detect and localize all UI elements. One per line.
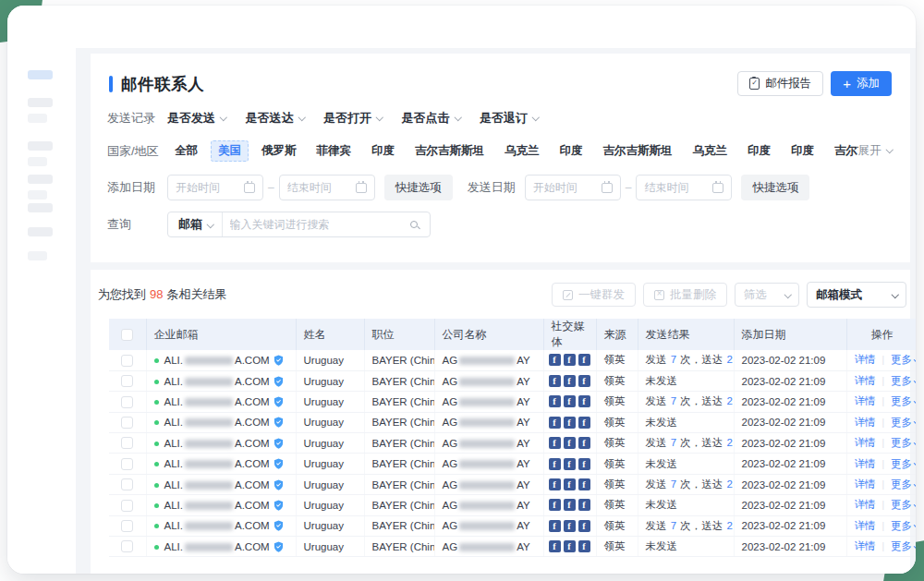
facebook-icon[interactable]: f <box>549 478 561 490</box>
facebook-icon[interactable]: f <box>578 520 590 532</box>
country-option-7[interactable]: 印度 <box>553 140 590 162</box>
add-date-quick-options-button[interactable]: 快捷选项 <box>384 175 453 200</box>
sidebar-item[interactable] <box>28 190 47 200</box>
row-more-link[interactable]: 更多 <box>891 395 916 406</box>
country-option-10[interactable]: 印度 <box>740 140 778 162</box>
country-option-9[interactable]: 乌克兰 <box>686 140 736 162</box>
facebook-icon[interactable]: f <box>549 437 561 449</box>
send-filter-dropdown-4[interactable]: 是否退订 <box>480 110 539 127</box>
country-option-1[interactable]: 美国 <box>211 140 249 162</box>
row-checkbox[interactable] <box>121 500 133 512</box>
country-option-8[interactable]: 吉尔吉斯斯坦 <box>596 140 680 162</box>
row-checkbox[interactable] <box>121 478 133 490</box>
facebook-icon[interactable]: f <box>578 540 590 552</box>
row-more-link[interactable]: 更多 <box>891 417 916 428</box>
country-option-11[interactable]: 印度 <box>784 140 821 162</box>
sidebar-item[interactable] <box>28 251 47 260</box>
row-checkbox[interactable] <box>121 355 133 367</box>
filter-select[interactable]: 筛选 <box>735 283 799 307</box>
send-filter-dropdown-3[interactable]: 是否点击 <box>402 110 461 127</box>
facebook-icon[interactable]: f <box>564 417 576 429</box>
facebook-icon[interactable]: f <box>564 354 576 366</box>
sidebar-item[interactable] <box>28 157 47 166</box>
facebook-icon[interactable]: f <box>549 375 561 387</box>
facebook-icon[interactable]: f <box>578 395 590 407</box>
facebook-icon[interactable]: f <box>564 478 576 490</box>
sidebar-item-active[interactable] <box>28 70 53 79</box>
add-button[interactable]: + 添加 <box>831 71 892 96</box>
send-date-end-input[interactable] <box>636 175 732 200</box>
send-date-quick-options-button[interactable]: 快捷选项 <box>741 175 809 200</box>
search-field-select[interactable]: 邮箱 <box>168 212 223 236</box>
row-more-link[interactable]: 更多 <box>891 478 916 490</box>
facebook-icon[interactable]: f <box>578 478 590 490</box>
row-checkbox[interactable] <box>121 540 133 552</box>
row-detail-link[interactable]: 详情 <box>855 395 876 406</box>
row-more-link[interactable]: 更多 <box>891 540 916 551</box>
send-date-start-input[interactable] <box>525 175 621 200</box>
row-more-link[interactable]: 更多 <box>891 458 916 469</box>
add-date-end-input[interactable] <box>279 175 375 200</box>
country-option-5[interactable]: 吉尔吉斯斯坦 <box>407 140 492 162</box>
facebook-icon[interactable]: f <box>578 437 590 449</box>
row-detail-link[interactable]: 详情 <box>855 375 876 386</box>
facebook-icon[interactable]: f <box>578 458 590 470</box>
row-detail-link[interactable]: 详情 <box>855 499 876 510</box>
country-option-4[interactable]: 印度 <box>364 140 402 162</box>
row-checkbox[interactable] <box>121 417 133 429</box>
sidebar-item[interactable] <box>28 141 53 151</box>
search-icon[interactable] <box>410 221 418 228</box>
row-detail-link[interactable]: 详情 <box>855 520 876 531</box>
facebook-icon[interactable]: f <box>549 354 561 366</box>
sidebar-item[interactable] <box>28 203 53 212</box>
country-option-6[interactable]: 乌克兰 <box>497 140 547 162</box>
facebook-icon[interactable]: f <box>564 437 576 449</box>
row-checkbox[interactable] <box>121 396 133 408</box>
row-checkbox[interactable] <box>121 458 133 470</box>
facebook-icon[interactable]: f <box>564 540 576 552</box>
facebook-icon[interactable]: f <box>578 417 590 429</box>
facebook-icon[interactable]: f <box>578 354 590 366</box>
send-filter-dropdown-0[interactable]: 是否发送 <box>167 110 226 127</box>
sidebar-item[interactable] <box>28 98 53 107</box>
row-detail-link[interactable]: 详情 <box>855 437 876 448</box>
country-option-2[interactable]: 俄罗斯 <box>254 140 304 162</box>
search-input[interactable] <box>223 218 411 231</box>
facebook-icon[interactable]: f <box>564 458 576 470</box>
country-option-0[interactable]: 全部 <box>167 140 205 162</box>
sidebar-item[interactable] <box>28 175 53 184</box>
country-option-3[interactable]: 菲律宾 <box>310 140 359 162</box>
row-more-link[interactable]: 更多 <box>891 354 916 365</box>
mailbox-mode-select[interactable]: 邮箱模式 <box>807 282 906 308</box>
facebook-icon[interactable]: f <box>549 417 561 429</box>
facebook-icon[interactable]: f <box>564 499 576 511</box>
mail-report-button[interactable]: 邮件报告 <box>737 71 823 96</box>
expand-toggle[interactable]: 展开 <box>858 143 893 159</box>
row-detail-link[interactable]: 详情 <box>855 354 876 365</box>
facebook-icon[interactable]: f <box>549 540 561 552</box>
facebook-icon[interactable]: f <box>564 395 576 407</box>
row-detail-link[interactable]: 详情 <box>855 417 876 428</box>
row-more-link[interactable]: 更多 <box>891 437 916 448</box>
add-date-start-input[interactable] <box>167 175 263 200</box>
row-more-link[interactable]: 更多 <box>891 520 916 531</box>
bulk-delete-button[interactable]: 批量删除 <box>643 283 727 307</box>
bulk-send-button[interactable]: 一键群发 <box>552 283 636 307</box>
country-option-12[interactable]: 吉尔吉斯斯坦 <box>827 140 858 162</box>
sidebar-item[interactable] <box>28 114 47 123</box>
row-checkbox[interactable] <box>121 520 133 532</box>
facebook-icon[interactable]: f <box>578 499 590 511</box>
facebook-icon[interactable]: f <box>549 458 561 470</box>
facebook-icon[interactable]: f <box>564 520 576 532</box>
send-filter-dropdown-1[interactable]: 是否送达 <box>246 110 305 127</box>
row-detail-link[interactable]: 详情 <box>855 540 876 551</box>
row-checkbox[interactable] <box>121 437 133 449</box>
row-checkbox[interactable] <box>121 375 133 387</box>
facebook-icon[interactable]: f <box>564 375 576 387</box>
select-all-checkbox[interactable] <box>121 329 133 341</box>
send-filter-dropdown-2[interactable]: 是否打开 <box>323 110 383 127</box>
row-detail-link[interactable]: 详情 <box>855 478 876 490</box>
sidebar-item[interactable] <box>28 227 53 236</box>
row-detail-link[interactable]: 详情 <box>855 458 876 469</box>
row-more-link[interactable]: 更多 <box>891 375 916 386</box>
